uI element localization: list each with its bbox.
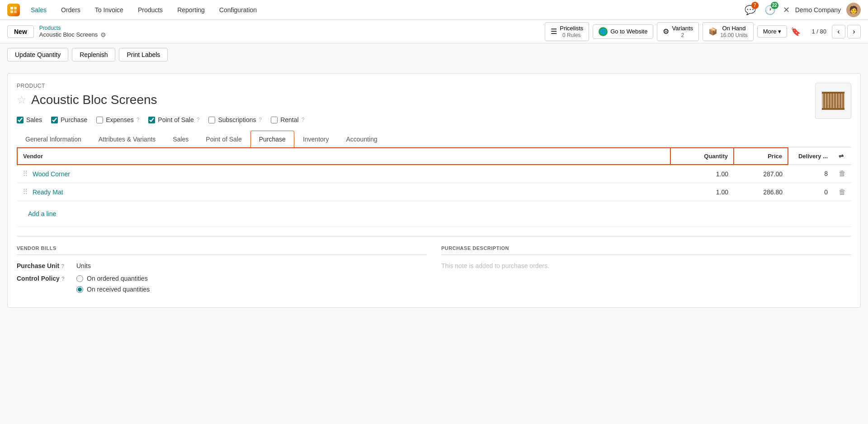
favorite-icon[interactable]: ☆ <box>17 94 27 106</box>
vendor-qty-1: 1.00 <box>670 165 734 183</box>
col-header-settings[interactable]: ⇌ <box>833 148 851 165</box>
svg-rect-13 <box>822 92 844 94</box>
radio-ordered-quantities[interactable]: On ordered quantities <box>76 275 150 282</box>
checkbox-sales[interactable]: Sales <box>17 116 42 123</box>
breadcrumb: Products Acoustic Bloc Screens ⚙ <box>39 25 106 38</box>
prev-page-button[interactable]: ‹ <box>832 25 845 38</box>
tab-point-of-sale[interactable]: Point of Sale <box>197 131 250 147</box>
product-label: Product <box>17 83 304 89</box>
help-icon-expenses: ? <box>137 117 140 123</box>
breadcrumb-parent[interactable]: Products <box>39 25 106 31</box>
gear-icon[interactable]: ⚙ <box>100 31 106 38</box>
delete-row-2-icon[interactable]: 🗑 <box>839 188 846 196</box>
col-header-price: Price <box>734 148 788 165</box>
tab-accounting[interactable]: Accounting <box>337 131 386 147</box>
checkbox-rental[interactable]: Rental ? <box>271 116 304 123</box>
activity-badge: 22 <box>771 2 778 9</box>
vendor-name-2[interactable]: Ready Mat <box>33 188 63 196</box>
nav-orders[interactable]: Orders <box>57 5 84 15</box>
new-button[interactable]: New <box>7 25 34 38</box>
on-hand-button[interactable]: 📦 On Hand 16.00 Units <box>703 22 754 41</box>
add-line-row: Add a line <box>17 201 851 227</box>
nav-reporting[interactable]: Reporting <box>174 5 208 15</box>
product-image-svg <box>820 87 847 114</box>
drag-handle-icon[interactable]: ⠿ <box>23 188 28 196</box>
pricelists-label: Pricelists <box>560 25 583 32</box>
breadcrumb-page-name: Acoustic Bloc Screens <box>39 31 98 38</box>
col-header-quantity: Quantity <box>670 148 734 165</box>
svg-rect-9 <box>834 93 836 109</box>
radio-received-quantities[interactable]: On received quantities <box>76 286 150 293</box>
replenish-button[interactable]: Replenish <box>72 48 115 61</box>
app-logo <box>7 4 20 16</box>
next-page-button[interactable]: › <box>847 25 861 38</box>
purchase-unit-value[interactable]: Units <box>76 262 91 269</box>
chat-button[interactable]: 💬 7 <box>743 3 758 17</box>
activity-button[interactable]: 🕐 22 <box>763 3 778 17</box>
product-header: Product ☆ Acoustic Bloc Screens Sales Pu… <box>17 83 851 123</box>
table-row: ⠿ Ready Mat 1.00 286.80 0 🗑 <box>17 183 851 201</box>
more-button[interactable]: More ▾ <box>757 25 788 38</box>
nav-configuration[interactable]: Configuration <box>216 5 260 15</box>
tab-purchase[interactable]: Purchase <box>250 131 294 147</box>
svg-rect-10 <box>837 93 839 109</box>
section-divider <box>17 236 851 236</box>
checkboxes-row: Sales Purchase Expenses ? Point of Sale … <box>17 116 304 123</box>
nav-to-invoice[interactable]: To Invoice <box>91 5 127 15</box>
company-name: Demo Company <box>795 6 841 14</box>
svg-rect-7 <box>829 93 830 109</box>
variants-icon: ⚙ <box>663 27 669 36</box>
checkbox-purchase[interactable]: Purchase <box>51 116 87 123</box>
pricelists-button[interactable]: ☰ Pricelists 0 Rules <box>545 22 589 41</box>
on-hand-label: On Hand <box>720 25 748 32</box>
tab-inventory[interactable]: Inventory <box>294 131 338 147</box>
vendor-price-2: 286.80 <box>734 183 788 201</box>
avatar[interactable]: 🧑 <box>846 3 861 17</box>
purchase-unit-row: Purchase Unit ? Units <box>17 262 427 269</box>
tab-sales[interactable]: Sales <box>164 131 197 147</box>
bookmark-button[interactable]: 🔖 <box>791 27 801 37</box>
help-icon-purchase-unit: ? <box>61 263 64 269</box>
help-icon-pos: ? <box>197 117 200 123</box>
svg-rect-2 <box>10 10 13 13</box>
product-card: Product ☆ Acoustic Bloc Screens Sales Pu… <box>7 73 861 308</box>
variants-count: 2 <box>681 32 684 38</box>
xmark-icon[interactable]: ✕ <box>783 5 790 15</box>
checkbox-subscriptions[interactable]: Subscriptions ? <box>208 116 262 123</box>
tab-attributes-variants[interactable]: Attributes & Variants <box>90 131 165 147</box>
checkbox-pos[interactable]: Point of Sale ? <box>148 116 199 123</box>
add-line-button[interactable]: Add a line <box>23 206 61 222</box>
product-name: Acoustic Bloc Screens <box>31 93 157 107</box>
help-icon-control-policy: ? <box>61 276 65 282</box>
drag-handle-icon[interactable]: ⠿ <box>23 170 28 178</box>
nav-sales[interactable]: Sales <box>27 5 50 15</box>
purchase-description-section: PURCHASE DESCRIPTION This note is added … <box>441 245 851 298</box>
delete-row-1-icon[interactable]: 🗑 <box>839 170 846 177</box>
vendor-delivery-2: 0 <box>788 183 833 201</box>
column-settings-icon[interactable]: ⇌ <box>839 153 844 160</box>
pricelist-icon: ☰ <box>551 27 557 36</box>
globe-icon: 🌐 <box>599 27 608 36</box>
nav-products[interactable]: Products <box>134 5 166 15</box>
vendor-name-1[interactable]: Wood Corner <box>33 170 70 178</box>
variants-button[interactable]: ⚙ Variants 2 <box>657 22 699 41</box>
chevron-down-icon: ▾ <box>778 28 781 35</box>
on-hand-icon: 📦 <box>708 27 717 36</box>
product-title-area: Product ☆ Acoustic Bloc Screens Sales Pu… <box>17 83 304 123</box>
page-info: 1 / 80 <box>808 28 830 35</box>
control-policy-row: Control Policy ? On ordered quantities O… <box>17 275 427 293</box>
svg-rect-6 <box>826 93 828 109</box>
purchase-description-placeholder[interactable]: This note is added to purchase orders. <box>441 262 851 269</box>
vendor-qty-2: 1.00 <box>670 183 734 201</box>
sub-nav: New Products Acoustic Bloc Screens ⚙ ☰ P… <box>0 20 868 43</box>
checkbox-expenses[interactable]: Expenses ? <box>96 116 139 123</box>
goto-website-button[interactable]: 🌐 Go to Website <box>593 24 653 39</box>
chat-badge: 7 <box>751 2 759 9</box>
bottom-two-col: VENDOR BILLS Purchase Unit ? Units Contr… <box>17 245 851 298</box>
radio-group-control-policy: On ordered quantities On received quanti… <box>76 275 150 293</box>
svg-rect-0 <box>10 7 13 9</box>
tab-general-information[interactable]: General Information <box>17 131 90 147</box>
table-row: ⠿ Wood Corner 1.00 287.00 8 🗑 <box>17 165 851 183</box>
print-labels-button[interactable]: Print Labels <box>119 48 168 61</box>
update-quantity-button[interactable]: Update Quantity <box>7 48 68 61</box>
